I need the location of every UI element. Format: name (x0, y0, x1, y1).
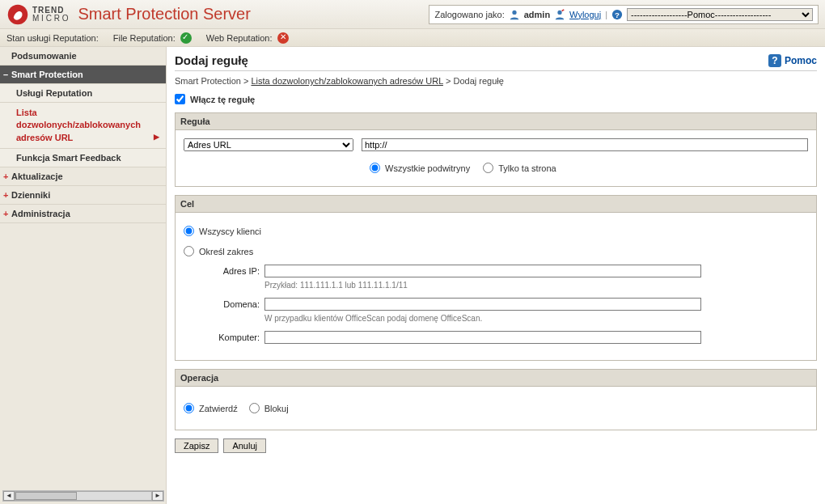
computer-input[interactable] (264, 331, 701, 344)
ip-label: Adres IP: (206, 265, 264, 276)
target-all-clients-radio[interactable] (184, 226, 194, 236)
scope-all-subsites-label: Wszystkie podwitryny (385, 163, 470, 173)
ip-hint: Przykład: 111.111.1.1 lub 111.11.1.1/11 (264, 281, 701, 290)
scope-all-subsites-option[interactable]: Wszystkie podwitryny (370, 163, 470, 173)
sidebar-item-updates[interactable]: Aktualizacje (0, 167, 166, 186)
help-icon: ? (611, 9, 623, 20)
svg-point-1 (512, 10, 516, 14)
logged-as-label: Zalogowano jako: (434, 10, 504, 19)
sidebar-sub-url-list[interactable]: Lista dozwolonych/zablokowanych adresów … (0, 103, 166, 149)
user-icon (509, 9, 520, 20)
scope-page-only-label: Tylko ta strona (498, 163, 556, 173)
action-approve-radio[interactable] (184, 403, 194, 413)
target-all-clients-option[interactable]: Wszyscy klienci (184, 226, 808, 236)
action-block-radio[interactable] (249, 403, 260, 413)
scope-page-only-option[interactable]: Tylko ta strona (483, 163, 556, 173)
help-select[interactable]: -------------------Pomoc----------------… (627, 8, 813, 21)
save-button[interactable]: Zapisz (175, 438, 218, 453)
sidebar-item-summary[interactable]: Podsumowanie (0, 47, 166, 66)
page-title: Dodaj regułę (175, 53, 248, 67)
file-rep-label: File Reputation: (113, 33, 176, 43)
scroll-thumb[interactable] (15, 492, 77, 500)
svg-text:?: ? (615, 10, 620, 19)
url-input[interactable] (362, 138, 808, 151)
scroll-left-button[interactable]: ◄ (3, 491, 15, 501)
product-title: Smart Protection Server (78, 5, 250, 23)
brand-logo: TREND M I C R O (6, 3, 68, 26)
sidebar: Podsumowanie Smart Protection Usługi Rep… (0, 47, 167, 504)
panel-cel: Cel Wszyscy klienci Określ zakres Adres … (175, 195, 817, 361)
scope-page-only-radio[interactable] (483, 163, 493, 173)
domain-hint: W przypadku klientów OfficeScan podaj do… (264, 314, 701, 323)
services-status-label: Stan usługi Reputation: (6, 33, 99, 43)
sidebar-item-smart-protection[interactable]: Smart Protection (0, 66, 166, 84)
status-bar: Stan usługi Reputation: File Reputation:… (0, 29, 825, 47)
help-link[interactable]: ? Pomoc (768, 54, 817, 67)
sidebar-sub-reputation[interactable]: Usługi Reputation (0, 84, 166, 103)
main-content: Dodaj regułę ? Pomoc Smart Protection > … (167, 47, 825, 504)
domain-label: Domena: (206, 298, 264, 309)
target-range-option[interactable]: Określ zakres (184, 246, 808, 256)
crumb-root: Smart Protection (175, 76, 241, 86)
sidebar-horizontal-scrollbar[interactable]: ◄ ► (2, 490, 164, 502)
logout-link[interactable]: Wyloguj (569, 10, 601, 19)
svg-point-2 (557, 10, 561, 14)
divider (175, 70, 817, 71)
scope-all-subsites-radio[interactable] (370, 163, 380, 173)
help-link-label: Pomoc (785, 55, 817, 66)
crumb-current: Dodaj regułę (453, 76, 503, 86)
web-rep-bad-icon (277, 32, 289, 44)
panel-operation-header: Operacja (176, 370, 816, 387)
target-range-label: Określ zakres (199, 247, 253, 256)
enable-rule-label: Włącz tę regułę (190, 95, 255, 104)
target-all-clients-label: Wszyscy klienci (199, 227, 261, 236)
action-approve-option[interactable]: Zatwierdź (184, 403, 238, 413)
top-bar: TREND M I C R O Smart Protection Server … (0, 0, 825, 29)
breadcrumb: Smart Protection > Lista dozwolonych/zab… (175, 76, 817, 86)
separator: | (605, 10, 607, 19)
panel-regula-header: Reguła (176, 113, 816, 130)
panel-operation: Operacja Zatwierdź Blokuj (175, 369, 817, 430)
rule-type-select[interactable]: Adres URL (184, 138, 353, 151)
brand-text: TREND M I C R O (32, 6, 68, 23)
enable-rule-checkbox[interactable] (175, 94, 185, 104)
action-block-option[interactable]: Blokuj (249, 403, 289, 413)
trend-logo-icon (6, 3, 29, 26)
sidebar-item-logs[interactable]: Dzienniki (0, 186, 166, 205)
panel-regula: Reguła Adres URL Wszystkie podwitryny (175, 112, 817, 187)
sidebar-sub-url-list-label: Lista dozwolonych/zablokowanych adresów … (16, 108, 141, 142)
ip-input[interactable] (264, 265, 701, 277)
domain-input[interactable] (264, 298, 701, 311)
action-approve-label: Zatwierdź (199, 404, 238, 413)
current-user: admin (524, 10, 550, 19)
panel-cel-header: Cel (176, 196, 816, 213)
cancel-button[interactable]: Anuluj (223, 438, 266, 453)
sidebar-sub-feedback[interactable]: Funkcja Smart Feedback (0, 149, 166, 167)
computer-label: Komputer: (206, 331, 264, 342)
target-range-radio[interactable] (184, 246, 194, 256)
scroll-track[interactable] (15, 491, 152, 501)
scroll-right-button[interactable]: ► (152, 491, 163, 501)
crumb-list-link[interactable]: Lista dozwolonych/zablokowanych adresów … (251, 76, 442, 86)
web-rep-label: Web Reputation: (206, 33, 273, 43)
logout-icon (554, 9, 565, 20)
chevron-right-icon: ▶ (154, 132, 159, 142)
action-block-label: Blokuj (264, 404, 289, 413)
sidebar-item-admin[interactable]: Administracja (0, 205, 166, 223)
login-box: Zalogowano jako: admin Wyloguj | ? -----… (429, 5, 819, 24)
file-rep-ok-icon (180, 32, 192, 44)
help-question-icon: ? (768, 54, 781, 67)
